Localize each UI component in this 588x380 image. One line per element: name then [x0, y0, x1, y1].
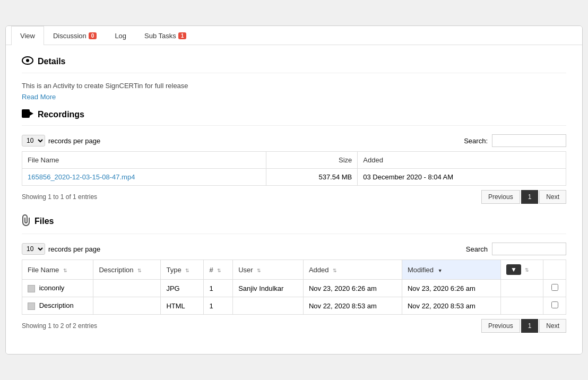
details-divider [22, 73, 566, 73]
tab-bar: View Discussion 0 Log Sub Tasks 1 [6, 26, 582, 45]
recordings-header: Recordings [22, 109, 566, 120]
files-divider [22, 234, 566, 234]
files-page-1-button[interactable]: 1 [521, 319, 539, 333]
files-col-tags[interactable]: ▼ ⇅ [500, 260, 543, 280]
read-more-link[interactable]: Read More [22, 93, 56, 101]
files-search-area: Search [466, 243, 566, 255]
recordings-showing-text: Showing 1 to 1 of 1 entries [22, 193, 97, 201]
file-row-2-description [93, 297, 161, 315]
files-col-checkbox [543, 260, 566, 280]
recordings-col-added: Added [358, 152, 566, 169]
recordings-search-area: Search: [464, 134, 566, 147]
files-table: File Name ⇅ Description ⇅ Type ⇅ # [22, 260, 566, 315]
recordings-pagination-row: Showing 1 to 1 of 1 entries Previous 1 N… [22, 190, 566, 204]
file-row-1-checkbox[interactable] [551, 284, 558, 291]
recordings-per-page-select[interactable]: 10 25 50 [22, 135, 45, 146]
recordings-prev-button[interactable]: Previous [481, 190, 520, 204]
recordings-table: File Name Size Added 165856_2020-12-03-1… [22, 151, 566, 186]
files-prev-button[interactable]: Previous [481, 319, 520, 333]
main-content: Details This is an Activity to create Si… [6, 45, 582, 354]
files-next-button[interactable]: Next [539, 319, 566, 333]
svg-point-1 [26, 59, 29, 62]
recordings-controls: 10 25 50 records per page Search: [22, 134, 566, 147]
file-row-1-modified: Nov 23, 2020 6:26 am [402, 280, 500, 297]
recordings-pagination: Previous 1 Next [481, 190, 566, 204]
file-row-2-checkbox-cell [543, 297, 566, 315]
files-col-added[interactable]: Added ⇅ [303, 260, 402, 280]
svg-rect-2 [22, 109, 30, 118]
svg-marker-3 [30, 111, 33, 116]
video-icon [22, 109, 33, 120]
files-header: Files [22, 214, 566, 228]
recordings-page-1-button[interactable]: 1 [521, 190, 539, 204]
files-col-modified[interactable]: Modified ▼ [402, 260, 500, 280]
recordings-search-input[interactable] [492, 134, 566, 147]
file-row-1-description [93, 280, 161, 297]
files-per-page-select[interactable]: 10 25 50 [22, 243, 45, 255]
sort-arrows-user: ⇅ [257, 268, 261, 273]
file-thumb-2 [28, 303, 35, 310]
recordings-col-size: Size [266, 152, 358, 169]
recordings-next-button[interactable]: Next [539, 190, 566, 204]
table-row: 165856_2020-12-03-15-08-47.mp4 537.54 MB… [22, 169, 566, 186]
files-col-description[interactable]: Description ⇅ [93, 260, 161, 280]
tab-discussion-label: Discussion [53, 32, 87, 40]
recording-size: 537.54 MB [266, 169, 358, 186]
file-row-2-modified: Nov 22, 2020 8:53 am [402, 297, 500, 315]
file-row-1-tags [500, 280, 543, 297]
subtasks-badge: 1 [178, 32, 187, 39]
recordings-per-page-label: records per page [48, 137, 100, 145]
tab-log[interactable]: Log [106, 26, 135, 45]
sort-arrows-tags: ⇅ [525, 267, 529, 273]
tags-dropdown-button[interactable]: ▼ [506, 264, 521, 275]
file-row-1-added: Nov 23, 2020 6:26 am [303, 280, 402, 297]
table-row: icononly JPG 1 Sanjiv Indulkar Nov 23, 2… [22, 280, 566, 297]
recordings-per-page: 10 25 50 records per page [22, 135, 100, 146]
files-search-input[interactable] [492, 243, 566, 255]
file-row-1-user: Sanjiv Indulkar [233, 280, 304, 297]
recordings-col-filename: File Name [22, 152, 266, 169]
file-row-2-filename: Description [22, 297, 93, 315]
details-title: Details [38, 57, 65, 66]
main-window: View Discussion 0 Log Sub Tasks 1 Detail… [5, 25, 583, 355]
recording-filename: 165856_2020-12-03-15-08-47.mp4 [22, 169, 266, 186]
file-row-2-checkbox[interactable] [551, 301, 558, 308]
file-thumb-1 [28, 285, 35, 292]
files-pagination-row: Showing 1 to 2 of 2 entries Previous 1 N… [22, 319, 566, 333]
tab-subtasks-label: Sub Tasks [144, 32, 176, 40]
files-col-user[interactable]: User ⇅ [233, 260, 304, 280]
discussion-badge: 0 [89, 32, 97, 39]
sort-arrows-filename: ⇅ [63, 268, 67, 273]
files-col-type[interactable]: Type ⇅ [161, 260, 204, 280]
files-pagination: Previous 1 Next [481, 319, 566, 333]
file-row-1-filename: icononly [22, 280, 93, 297]
files-title: Files [34, 217, 54, 226]
files-col-filename[interactable]: File Name ⇅ [22, 260, 93, 280]
recordings-section: Recordings 10 25 50 records per page Sea… [22, 109, 566, 204]
clip-icon [22, 214, 30, 228]
file-row-2-added: Nov 22, 2020 8:53 am [303, 297, 402, 315]
sort-arrows-modified: ▼ [438, 268, 443, 273]
files-section: Files 10 25 50 records per page Search [22, 214, 566, 333]
eye-icon [22, 56, 33, 67]
files-search-label: Search [466, 245, 488, 253]
tab-subtasks[interactable]: Sub Tasks 1 [135, 26, 195, 45]
file-row-2-tags [500, 297, 543, 315]
details-header: Details [22, 56, 566, 67]
recording-filename-link[interactable]: 165856_2020-12-03-15-08-47.mp4 [28, 173, 135, 181]
table-row: Description HTML 1 Nov 22, 2020 8:53 am … [22, 297, 566, 315]
sort-arrows-hash: ⇅ [217, 268, 221, 273]
recordings-title: Recordings [38, 110, 84, 119]
recordings-divider [22, 125, 566, 126]
files-per-page: 10 25 50 records per page [22, 243, 100, 255]
files-col-hash[interactable]: # ⇅ [204, 260, 233, 280]
file-name-1: icononly [39, 284, 65, 292]
files-controls: 10 25 50 records per page Search [22, 243, 566, 255]
sort-arrows-description: ⇅ [137, 268, 142, 273]
tab-view[interactable]: View [11, 26, 44, 45]
sort-arrows-added: ⇅ [333, 268, 337, 273]
tab-discussion[interactable]: Discussion 0 [44, 26, 106, 45]
file-row-2-hash: 1 [204, 297, 233, 315]
tab-view-label: View [20, 32, 35, 40]
details-description: This is an Activity to create SignCERTin… [22, 82, 566, 90]
